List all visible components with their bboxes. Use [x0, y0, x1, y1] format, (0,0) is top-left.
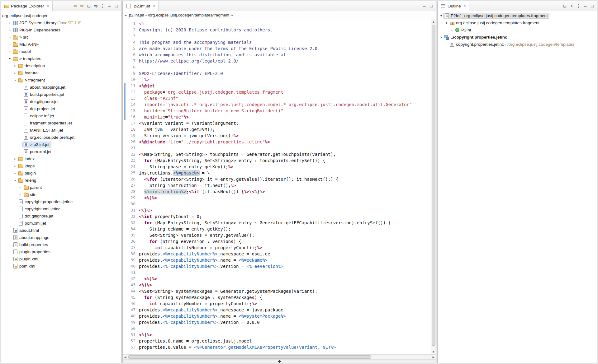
tree-item-content[interactable]: META-INF [12, 42, 40, 47]
expand-arrow-icon[interactable]: ▹ [7, 50, 12, 53]
code-line-22[interactable]: 22<%Map<String, Set<String>> touchpoints… [127, 151, 431, 157]
tree-item[interactable]: dot.project.jet [1, 105, 121, 112]
tree-item-content[interactable]: P2Inf - org.eclipse.justj.codegen.templa… [444, 13, 549, 18]
tree-item-content[interactable]: about.mappings [12, 235, 51, 240]
close-icon[interactable]: × [464, 4, 466, 8]
expand-arrow-icon[interactable]: ▹ [7, 28, 12, 32]
link-with-editor-icon[interactable]: ⇆ [93, 3, 99, 9]
forward-icon[interactable]: ⇨ [79, 3, 85, 9]
tree-item-content[interactable]: plugin [17, 170, 37, 176]
tree-item[interactable]: about.html [1, 227, 121, 234]
breadcrumb-expand-icon[interactable]: ▸ [231, 13, 233, 17]
tree-item[interactable]: ▹parent [1, 184, 121, 191]
tree-item-content[interactable]: copyright.properties.jetinc [17, 199, 74, 204]
code-line-9[interactable]: 9SPDX-License-Identifier: EPL-2.0 [127, 70, 431, 77]
expand-arrow-icon[interactable]: ▹ [18, 193, 23, 196]
code-line-44[interactable]: 44<%Set<String> systemPackages = Generat… [127, 288, 431, 294]
horizontal-scroll-track[interactable] [128, 355, 431, 359]
tree-item[interactable]: ▾releng [1, 177, 121, 184]
tree-item-content[interactable]: description [17, 63, 46, 68]
tree-item-content[interactable]: site [23, 192, 38, 197]
code-line-48[interactable]: 48provides.<%=capabilityNumber%>.name = … [127, 313, 431, 319]
scroll-left-icon[interactable]: ◀ [123, 355, 128, 360]
code-line-31[interactable]: 31<%}%> [127, 207, 431, 213]
code-line-23[interactable]: 23 for (Map.Entry<String, Set<String>> e… [127, 157, 431, 164]
tree-item[interactable]: ▾> templates [1, 55, 121, 62]
tree-item-content[interactable]: JRE System Library [JavaSE-1.8] [12, 20, 83, 26]
expand-arrow-icon[interactable]: ▹ [449, 28, 454, 32]
tree-item[interactable]: ▹jdeps [1, 162, 121, 170]
tree-item[interactable]: copyright.properties.jetinc - /org.eclip… [438, 41, 597, 48]
code-line-40[interactable]: 40provides.<%=capabilityNumber%>.version… [127, 263, 431, 269]
code-line-38[interactable]: 38provides.<%=capabilityNumber%>.namespa… [127, 251, 431, 257]
tree-item-content[interactable]: plugin.xml [12, 256, 40, 262]
tree-item[interactable]: ▹index [1, 155, 121, 162]
code-line-47[interactable]: 47provides.<%=capabilityNumber%>.namespa… [127, 307, 431, 313]
vertical-scrollbar[interactable]: ▲ ▼ [431, 19, 436, 354]
scroll-up-icon[interactable]: ▲ [431, 19, 436, 24]
horizontal-scrollbar[interactable]: ◀ ▶ [123, 354, 436, 359]
tree-item-content[interactable]: org.eclipse.justj.codegen.templates.frag… [449, 20, 541, 26]
expand-arrow-icon[interactable]: ▹ [13, 64, 17, 68]
tree-item-content[interactable]: fragment.properties.jet [23, 120, 74, 126]
tree-item[interactable]: ▹> src [1, 34, 121, 41]
editor-tab-p2-inf-jet[interactable]: p2.inf.jet × [123, 1, 159, 11]
minimize-icon[interactable]: – [107, 3, 112, 9]
tree-item[interactable]: pom.xml.jet [1, 148, 121, 155]
tree-item[interactable]: about.mappings [1, 234, 121, 241]
code-line-41[interactable]: 41 [127, 269, 431, 276]
tree-item-content[interactable]: copyright.properties.jetinc - /org.eclip… [449, 42, 576, 47]
code-line-43[interactable]: 43<%}%> [127, 282, 431, 288]
tree-item[interactable]: ▹P2Inf [438, 26, 597, 34]
close-icon[interactable]: × [47, 4, 49, 8]
tree-item[interactable]: copyright.xml.jetinc [1, 205, 121, 212]
tree-item-content[interactable]: about.html [12, 228, 40, 233]
tree-item[interactable]: dot.gitignore.jet [1, 98, 121, 105]
code-line-39[interactable]: 39provides.<%=capabilityNumber%>.name = … [127, 257, 431, 263]
tree-item[interactable]: eclipse.inf.jet [1, 112, 121, 119]
code-line-36[interactable]: 36 for (String eeVersion : versions) { [127, 238, 431, 245]
code-line-2[interactable]: 2Copyright (c) 2020 Eclipse contributors… [127, 27, 431, 33]
scroll-down-icon[interactable]: ▼ [431, 349, 436, 354]
tree-item[interactable]: MANIFEST.MF.jet [1, 127, 121, 134]
outline-tab[interactable]: Outline × [438, 1, 469, 11]
expand-arrow-icon[interactable]: ▹ [18, 186, 23, 189]
code-line-18[interactable]: 18 JVM jvm = variant.getJVM(); [127, 126, 431, 133]
view-menu-icon[interactable]: ⋮ [100, 3, 106, 9]
code-line-52[interactable]: 52properties.0.name = org.eclipse.justj.… [127, 338, 431, 344]
tree-item-content[interactable]: MANIFEST.MF.jet [23, 128, 65, 133]
tree-item-content[interactable]: eclipse.inf.jet [23, 113, 56, 119]
tree-item-content[interactable]: dot.project.jet [23, 106, 57, 111]
tree-item-content[interactable]: Plug-in Dependencies [12, 27, 62, 33]
tree-item-content[interactable]: build.properties.jet [23, 92, 66, 97]
code-lines[interactable]: 1<%--2Copyright (c) 2020 Eclipse contrib… [127, 19, 431, 354]
code-line-12[interactable]: 12 package="org.eclipse.justj.codegen.te… [127, 89, 431, 95]
tree-item[interactable]: plugin.properties [1, 248, 121, 255]
collapse-arrow-icon[interactable]: ▾ [7, 57, 12, 60]
tree-item[interactable]: ▹Plug-in Dependencies [1, 26, 121, 34]
code-line-7[interactable]: 7https://www.eclipse.org/legal/epl-2.0/ [127, 58, 431, 64]
tree-item[interactable]: ▹feature [1, 69, 121, 77]
tree-item[interactable]: pom.xml.jet [1, 220, 121, 227]
tree-item[interactable]: pom.xml [1, 263, 121, 270]
tree-item[interactable]: build.properties [1, 241, 121, 248]
code-line-30[interactable]: 30 [127, 201, 431, 207]
code-line-27[interactable]: 27 String instruction = it.next();%> [127, 182, 431, 189]
code-line-5[interactable]: 5are made available under the terms of t… [127, 45, 431, 52]
expand-arrow-icon[interactable]: ▹ [7, 35, 12, 39]
collapse-all-icon[interactable]: ⊟ [86, 3, 92, 9]
code-line-3[interactable]: 3 [127, 33, 431, 39]
tree-item-content[interactable]: plugin.properties [12, 249, 52, 254]
view-menu-icon[interactable]: ⋮ [576, 3, 581, 9]
tree-item[interactable]: ▹plugin [1, 170, 121, 177]
code-line-10[interactable]: 10--%> [127, 77, 431, 83]
code-line-34[interactable]: 34 String eeName = entry.getKey(); [127, 226, 431, 232]
tree-item[interactable]: ▹META-INF [1, 41, 121, 48]
code-line-28[interactable]: 28 <%=instruction%>;<%if (it.hasNext()) … [127, 189, 431, 195]
tree-item-content[interactable]: org.eclipse.pde.prefs.jet [23, 135, 76, 140]
tree-item-content[interactable]: copyright.xml.jetinc [17, 206, 62, 212]
code-line-51[interactable]: 51<%}%> [127, 332, 431, 338]
code-line-42[interactable]: 42 <%}%> [127, 276, 431, 282]
tree-item[interactable]: ▹site [1, 191, 121, 198]
tree-item-content[interactable]: > fragment [17, 77, 46, 83]
